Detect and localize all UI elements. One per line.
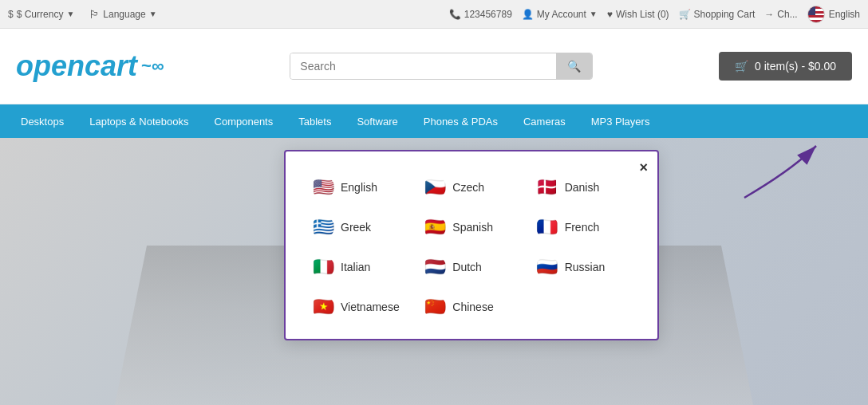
lang-czech[interactable]: 🇨🇿 Czech [417, 171, 525, 203]
heart-icon: ♥ [607, 9, 613, 20]
lang-greek[interactable]: 🇬🇷 Greek [306, 211, 413, 243]
checkout-label: Ch... [777, 9, 797, 20]
lang-italian-label: Italian [341, 261, 370, 273]
cart-button[interactable]: 🛒 0 item(s) - $0.00 [719, 52, 852, 81]
main-content: × 🇺🇸 English 🇨🇿 Czech 🇩🇰 Danish 🇬🇷 Greek [0, 138, 868, 405]
top-bar-left: $ $ Currency ▼ 🏳 Language ▼ [8, 8, 157, 21]
wishlist-label: Wish List (0) [616, 9, 669, 20]
top-bar: $ $ Currency ▼ 🏳 Language ▼ 📞 123456789 … [0, 0, 868, 29]
lang-english-label: English [341, 181, 377, 194]
top-bar-right: 📞 123456789 👤 My Account ▼ ♥ Wish List (… [449, 6, 860, 23]
cart-icon-top: 🛒 [679, 9, 691, 20]
account-icon: 👤 [522, 9, 534, 20]
lang-dutch-label: Dutch [452, 261, 482, 273]
lang-dutch[interactable]: 🇳🇱 Dutch [417, 251, 525, 283]
currency-icon: $ [8, 9, 14, 20]
close-icon: × [639, 159, 648, 175]
currency-label: $ Currency [17, 9, 64, 20]
lang-spanish-label: Spanish [452, 221, 493, 234]
language-grid: 🇺🇸 English 🇨🇿 Czech 🇩🇰 Danish 🇬🇷 Greek 🇪… [306, 171, 637, 323]
flag-vi-icon: 🇻🇳 [312, 296, 334, 318]
lang-chinese-label: Chinese [452, 301, 493, 313]
lang-russian[interactable]: 🇷🇺 Russian [530, 251, 637, 283]
language-caret: ▼ [149, 10, 157, 18]
flag-el-icon: 🇬🇷 [312, 216, 334, 238]
navigation: Desktops Laptops & Notebooks Components … [0, 104, 868, 138]
wishlist-link[interactable]: ♥ Wish List (0) [607, 9, 669, 20]
flag-ru-icon: 🇷🇺 [536, 256, 558, 278]
language-flag-icon: 🏳 [89, 8, 100, 21]
lang-russian-label: Russian [565, 261, 606, 273]
flag-da-icon: 🇩🇰 [536, 176, 558, 199]
shopping-cart-link[interactable]: 🛒 Shopping Cart [679, 9, 756, 20]
english-selector[interactable]: English [807, 6, 860, 23]
search-bar: 🔍 [290, 53, 593, 80]
logo[interactable]: opencart ~∞ [16, 49, 164, 83]
flag-nl-icon: 🇳🇱 [424, 256, 446, 278]
logo-cart-icon: ~∞ [141, 56, 164, 77]
english-flag-icon [807, 6, 825, 23]
nav-desktops[interactable]: Desktops [8, 104, 77, 138]
nav-components[interactable]: Components [202, 104, 286, 138]
flag-zh-icon: 🇨🇳 [424, 296, 446, 318]
nav-mp3[interactable]: MP3 Players [578, 104, 663, 138]
search-icon: 🔍 [567, 60, 581, 73]
flag-fr-icon: 🇫🇷 [536, 216, 558, 238]
logo-text: opencart [16, 49, 137, 83]
header: opencart ~∞ 🔍 🛒 0 item(s) - $0.00 [0, 29, 868, 104]
lang-greek-label: Greek [341, 221, 371, 234]
checkout-link[interactable]: → Ch... [764, 9, 797, 20]
lang-danish-label: Danish [565, 181, 600, 194]
lang-french-label: French [565, 221, 600, 234]
nav-phones[interactable]: Phones & PDAs [411, 104, 511, 138]
nav-tablets[interactable]: Tablets [286, 104, 344, 138]
search-input[interactable] [290, 53, 556, 79]
language-dropdown[interactable]: 🏳 Language ▼ [89, 8, 156, 21]
lang-czech-label: Czech [452, 181, 484, 194]
modal-close-button[interactable]: × [639, 159, 648, 176]
lang-danish[interactable]: 🇩🇰 Danish [530, 171, 637, 203]
account-caret: ▼ [590, 10, 598, 18]
lang-chinese[interactable]: 🇨🇳 Chinese [417, 291, 525, 323]
phone-number: 123456789 [464, 9, 512, 20]
search-button[interactable]: 🔍 [556, 53, 592, 79]
english-label: English [829, 9, 860, 20]
lang-english[interactable]: 🇺🇸 English [306, 171, 413, 203]
currency-caret: ▼ [66, 10, 74, 18]
flag-it-icon: 🇮🇹 [312, 256, 334, 278]
lang-spanish[interactable]: 🇪🇸 Spanish [417, 211, 525, 243]
checkout-icon: → [764, 9, 774, 20]
lang-french[interactable]: 🇫🇷 French [530, 211, 637, 243]
flag-cz-icon: 🇨🇿 [424, 176, 446, 199]
shopping-cart-label: Shopping Cart [694, 9, 756, 20]
my-account-dropdown[interactable]: 👤 My Account ▼ [522, 9, 598, 20]
flag-en-icon: 🇺🇸 [312, 176, 334, 199]
phone-info: 📞 123456789 [449, 9, 512, 20]
phone-icon: 📞 [449, 9, 461, 20]
lang-vietnamese-label: Vietnamese [341, 301, 400, 313]
cart-button-icon: 🛒 [735, 60, 748, 73]
nav-software[interactable]: Software [344, 104, 410, 138]
nav-cameras[interactable]: Cameras [511, 104, 578, 138]
language-label: Language [103, 9, 145, 20]
language-modal: × 🇺🇸 English 🇨🇿 Czech 🇩🇰 Danish 🇬🇷 Greek [284, 150, 659, 340]
nav-laptops[interactable]: Laptops & Notebooks [77, 104, 201, 138]
flag-es-icon: 🇪🇸 [424, 216, 446, 238]
lang-vietnamese[interactable]: 🇻🇳 Vietnamese [306, 291, 413, 323]
lang-italian[interactable]: 🇮🇹 Italian [306, 251, 413, 283]
currency-dropdown[interactable]: $ $ Currency ▼ [8, 9, 74, 20]
my-account-label: My Account [537, 9, 586, 20]
cart-button-label: 0 item(s) - $0.00 [755, 60, 836, 73]
